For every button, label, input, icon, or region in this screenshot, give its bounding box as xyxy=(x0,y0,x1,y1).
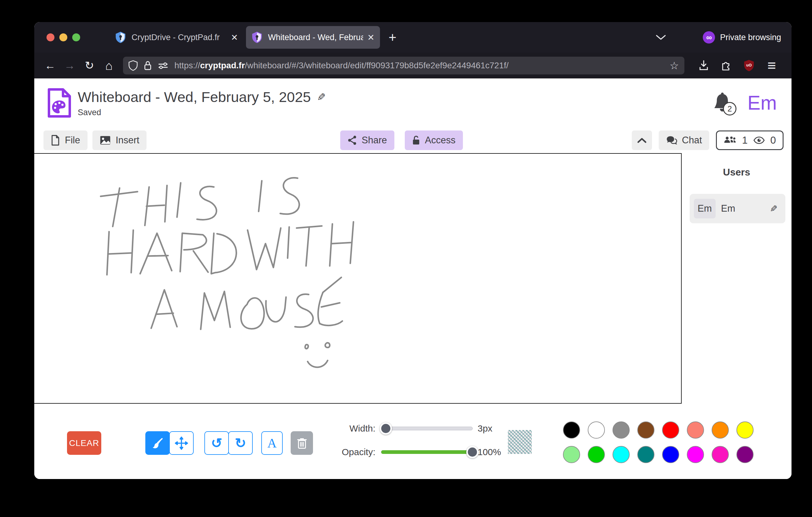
access-label: Access xyxy=(425,135,456,146)
move-icon xyxy=(175,437,188,450)
redo-button[interactable]: ↻ xyxy=(228,431,253,455)
color-swatch[interactable] xyxy=(712,421,729,439)
insert-menu-label: Insert xyxy=(116,135,140,146)
tab-close-icon[interactable]: ✕ xyxy=(231,32,238,43)
color-swatch[interactable] xyxy=(662,421,679,439)
user-avatar: Em xyxy=(694,199,716,218)
file-menu-button[interactable]: File xyxy=(44,131,87,150)
color-palette xyxy=(563,421,747,465)
opacity-label: Opacity: xyxy=(332,447,375,457)
window-controls[interactable] xyxy=(47,33,80,42)
opacity-slider-thumb[interactable] xyxy=(466,446,478,458)
access-button[interactable]: Access xyxy=(405,131,463,150)
tab-list-chevron-down-icon[interactable] xyxy=(656,34,666,40)
share-button[interactable]: Share xyxy=(340,131,395,150)
brush-pattern-preview[interactable] xyxy=(508,430,532,454)
menu-hamburger-icon[interactable]: ≡ xyxy=(760,58,783,73)
whiteboard-canvas[interactable] xyxy=(34,153,682,404)
drawing-toolbar: CLEAR ↺ ↻ A Width: 3px Opacity: xyxy=(34,404,791,479)
downloads-button[interactable] xyxy=(692,60,715,71)
reload-button[interactable]: ↻ xyxy=(80,60,99,71)
width-value: 3px xyxy=(477,423,492,434)
trash-icon xyxy=(297,437,307,449)
image-icon xyxy=(100,135,111,145)
private-browsing-mask-icon: ∞ xyxy=(703,31,715,44)
chat-button[interactable]: Chat xyxy=(659,131,709,150)
notification-count-badge: 2 xyxy=(723,102,736,115)
back-button[interactable]: ← xyxy=(40,60,60,71)
color-swatch[interactable] xyxy=(712,446,729,463)
width-slider-thumb[interactable] xyxy=(380,423,392,435)
navigation-toolbar: ← → ↻ ⌂ https://cryptpad.fr/whiteboard/#… xyxy=(34,53,791,78)
lock-icon[interactable] xyxy=(144,60,152,71)
color-swatch[interactable] xyxy=(736,446,754,463)
whiteboard-favicon-icon xyxy=(252,31,262,44)
viewers-count: 0 xyxy=(771,134,776,146)
color-swatch[interactable] xyxy=(612,446,630,463)
color-swatch[interactable] xyxy=(612,421,630,439)
ublock-origin-icon[interactable]: uO xyxy=(738,59,760,72)
tab-close-icon[interactable]: ✕ xyxy=(368,32,375,43)
forward-button[interactable]: → xyxy=(60,60,80,71)
brush-tool-button[interactable] xyxy=(145,431,170,455)
tab-strip: CryptDrive - CryptPad.fr ✕ Whiteboard - … xyxy=(34,22,791,53)
url-text[interactable]: https://cryptpad.fr/whiteboard/#/3/white… xyxy=(174,61,666,71)
clear-button[interactable]: CLEAR xyxy=(67,431,101,455)
color-swatch[interactable] xyxy=(563,446,580,463)
url-bar[interactable]: https://cryptpad.fr/whiteboard/#/3/white… xyxy=(123,57,685,75)
bookmark-star-icon[interactable]: ☆ xyxy=(670,59,679,72)
color-swatch[interactable] xyxy=(637,421,655,439)
tracking-protection-shield-icon[interactable] xyxy=(128,60,138,71)
maximize-window-button[interactable] xyxy=(72,33,80,42)
private-browsing-indicator: ∞ Private browsing xyxy=(703,31,781,44)
tab-whiteboard[interactable]: Whiteboard - Wed, February 5, 2 ✕ xyxy=(246,26,380,49)
text-tool-button[interactable]: A xyxy=(261,431,283,455)
color-swatch[interactable] xyxy=(687,421,704,439)
whiteboard-drawing xyxy=(34,154,681,403)
undo-button[interactable]: ↺ xyxy=(204,431,229,455)
share-label: Share xyxy=(361,135,387,146)
users-panel: Users Em Em ✎ xyxy=(682,153,791,404)
chevron-up-icon xyxy=(637,138,646,143)
editors-count: 1 xyxy=(742,134,748,146)
page-title: Whiteboard - Wed, February 5, 2025 xyxy=(78,88,311,105)
width-slider[interactable] xyxy=(381,427,473,430)
brush-icon xyxy=(151,437,164,449)
insert-menu-button[interactable]: Insert xyxy=(92,131,147,150)
whiteboard-document-icon xyxy=(47,88,71,118)
close-window-button[interactable] xyxy=(47,33,55,42)
color-swatch[interactable] xyxy=(588,446,605,463)
edit-user-name-pencil-icon[interactable]: ✎ xyxy=(770,203,777,214)
eye-icon xyxy=(753,136,765,144)
new-tab-button[interactable]: + xyxy=(388,31,397,44)
permissions-icon[interactable] xyxy=(158,61,168,70)
file-icon xyxy=(51,135,60,146)
color-swatch[interactable] xyxy=(687,446,704,463)
account-avatar[interactable]: Em xyxy=(748,91,777,114)
collapse-toolbar-button[interactable] xyxy=(632,131,652,150)
tab-title: CryptDrive - CryptPad.fr xyxy=(132,33,227,42)
save-status: Saved xyxy=(78,108,325,117)
minimize-window-button[interactable] xyxy=(59,33,67,42)
app-toolbar: File Insert Share Access Chat xyxy=(34,128,791,153)
color-swatch[interactable] xyxy=(588,421,605,439)
color-swatch[interactable] xyxy=(637,446,655,463)
user-list-item: Em Em ✎ xyxy=(690,194,785,223)
color-swatch[interactable] xyxy=(662,446,679,463)
notifications-button[interactable]: 2 xyxy=(713,92,732,114)
move-tool-button[interactable] xyxy=(169,431,194,455)
color-swatch[interactable] xyxy=(736,421,754,439)
opacity-value: 100% xyxy=(477,447,501,457)
file-menu-label: File xyxy=(65,135,80,146)
width-label: Width: xyxy=(332,423,375,434)
opacity-slider[interactable] xyxy=(381,450,473,454)
presence-counter[interactable]: 1 0 xyxy=(716,131,784,150)
edit-title-pencil-icon[interactable]: ✎ xyxy=(317,91,326,103)
cryptdrive-favicon-icon xyxy=(115,31,126,44)
delete-button[interactable] xyxy=(291,431,313,455)
home-button[interactable]: ⌂ xyxy=(99,59,119,72)
color-swatch[interactable] xyxy=(563,421,580,439)
unlock-icon xyxy=(412,135,420,145)
tab-cryptdrive[interactable]: CryptDrive - CryptPad.fr ✕ xyxy=(110,26,243,49)
extensions-puzzle-icon[interactable] xyxy=(715,60,738,71)
